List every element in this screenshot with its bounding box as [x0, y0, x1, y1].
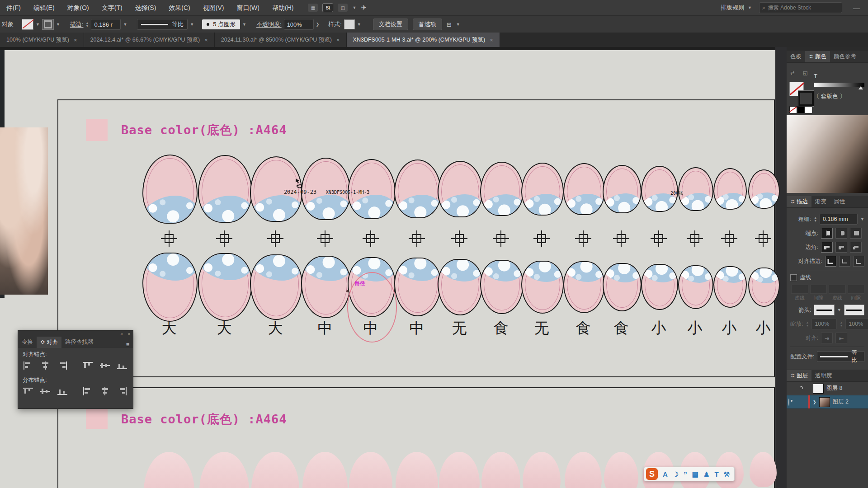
document-setup-button[interactable]: 文档设置	[373, 19, 408, 30]
miter-join-button[interactable]	[821, 242, 833, 253]
arrow-align-end-button[interactable]: ⇤	[835, 333, 847, 343]
chevron-down-icon[interactable]: ▼	[36, 22, 40, 27]
menu-窗口(W)[interactable]: 窗口(W)	[230, 0, 266, 15]
stroke-color-swatch[interactable]	[42, 19, 54, 30]
stroke-tab-渐变[interactable]: 渐变	[811, 196, 830, 207]
registration-mark-icon[interactable]	[721, 230, 737, 247]
share-icon[interactable]: ✈	[361, 4, 367, 12]
arrange-documents-icon[interactable]: ◫	[338, 4, 348, 12]
base-color-title-1[interactable]: Base color(底色) :A464	[121, 122, 287, 138]
weight-input[interactable]: 0.186 mm	[820, 214, 858, 225]
bevel-join-button[interactable]	[850, 242, 862, 253]
finger-size-label[interactable]: 中	[318, 318, 333, 338]
default-colors-icon[interactable]: ◱	[803, 70, 807, 76]
finger-size-label[interactable]: 食	[494, 318, 509, 338]
registration-mark-icon[interactable]	[216, 230, 232, 247]
menu-视图(V)[interactable]: 视图(V)	[197, 0, 231, 15]
chevron-down-icon[interactable]: ▼	[123, 22, 127, 27]
latin-mode-icon[interactable]: A	[663, 471, 668, 478]
stroke-weight-input[interactable]: 0.186 r	[91, 19, 121, 30]
menu-编辑(E)[interactable]: 编辑(E)	[27, 0, 61, 15]
chevron-down-icon[interactable]: ▼	[837, 308, 841, 312]
finger-size-label[interactable]: 中	[410, 318, 425, 338]
stroke-tab-描边[interactable]: ≎ 描边	[787, 196, 811, 207]
chevron-down-icon[interactable]: ▼	[190, 22, 194, 27]
align-h-center-icon[interactable]	[40, 361, 51, 370]
arrow-scale-end[interactable]: 100%	[845, 319, 868, 329]
punctuation-icon[interactable]: ”	[684, 471, 687, 478]
align-stroke-inside-button[interactable]	[839, 256, 850, 267]
finger-size-label[interactable]: 大	[268, 318, 283, 338]
arrowhead-end-select[interactable]	[844, 305, 864, 315]
menu-效果(C)[interactable]: 效果(C)	[162, 0, 196, 15]
distribute-h-center-icon[interactable]	[99, 387, 110, 396]
finger-size-label[interactable]: 无	[452, 318, 467, 338]
registration-mark-icon[interactable]	[409, 230, 425, 247]
swap-colors-icon[interactable]: ⇄	[790, 70, 794, 76]
align-right-icon[interactable]	[57, 361, 68, 370]
tab-close-icon[interactable]: ×	[74, 37, 77, 43]
layer-name[interactable]: 图层 2	[833, 398, 849, 406]
menu-帮助(H)[interactable]: 帮助(H)	[266, 0, 300, 15]
registration-mark-icon[interactable]	[533, 230, 550, 247]
finger-size-label[interactable]: 小	[722, 318, 737, 338]
white-swatch[interactable]	[805, 106, 812, 113]
layer-row[interactable]: 图层 8	[787, 382, 868, 395]
finger-size-label[interactable]: 食	[614, 318, 629, 338]
tab-close-icon[interactable]: ×	[490, 37, 493, 43]
brush-definition-select[interactable]: 5 点圆形	[202, 19, 240, 29]
alignpanel-tab-对齐[interactable]: ≎ 对齐	[37, 337, 61, 348]
distribute-right-icon[interactable]	[117, 387, 127, 396]
panel-menu-icon[interactable]: ≡	[123, 342, 133, 348]
align-top-icon[interactable]	[82, 361, 93, 370]
weight-stepper[interactable]: ▲▼	[814, 216, 817, 222]
chevron-down-icon[interactable]: ▼	[456, 22, 460, 27]
align-stroke-outside-button[interactable]	[853, 256, 864, 267]
document-tab[interactable]: 2024.12.4.ai* @ 66.67% (CMYK/GPU 预览)×	[84, 33, 215, 47]
registration-mark-icon[interactable]	[613, 230, 629, 247]
color-spectrum-field[interactable]	[787, 115, 868, 193]
document-tab[interactable]: 100% (CMYK/GPU 预览)×	[0, 33, 84, 47]
registration-mark-icon[interactable]	[267, 230, 283, 247]
registration-mark-icon[interactable]	[451, 230, 467, 247]
black-swatch[interactable]	[797, 106, 805, 113]
virtual-keyboard-icon[interactable]: ▤	[692, 471, 698, 478]
width-profile-select[interactable]: 等比	[817, 351, 864, 362]
toolbox-wrench-icon[interactable]: ⚒	[724, 471, 730, 478]
layer-row[interactable]: ❯图层 2	[787, 395, 868, 409]
anchor-point[interactable]	[346, 290, 349, 292]
chevron-down-icon[interactable]: ▼	[56, 22, 60, 27]
fill-color-swatch[interactable]	[22, 19, 33, 30]
align-left-icon[interactable]	[23, 361, 33, 370]
sku-annotation[interactable]: XN3DFS005-1-MH-3	[326, 190, 369, 195]
align-bottom-icon[interactable]	[117, 361, 127, 370]
round-cap-button[interactable]	[835, 228, 847, 239]
chevron-down-icon[interactable]: ▼	[352, 5, 356, 10]
quantity-annotation[interactable]: 200张	[670, 190, 683, 197]
document-tab[interactable]: XN3DFS005-1-MH-3.ai* @ 200% (CMYK/GPU 预览…	[347, 33, 500, 47]
alignpanel-tab-路径查找器[interactable]: 路径查找器	[61, 337, 97, 348]
tab-close-icon[interactable]: ×	[336, 37, 340, 43]
registration-mark-icon[interactable]	[755, 230, 771, 247]
layer-expand-icon[interactable]: ❯	[813, 400, 816, 404]
distribute-left-icon[interactable]	[82, 387, 93, 396]
projecting-cap-button[interactable]	[850, 228, 862, 239]
chevron-down-icon[interactable]: ▼	[242, 22, 246, 27]
layer-thumbnail[interactable]	[813, 384, 824, 394]
base-color-title-2[interactable]: Base color(底色) :A464	[121, 411, 287, 427]
menu-对象(O)[interactable]: 对象(O)	[61, 0, 95, 15]
arrowhead-start-select[interactable]	[814, 305, 834, 315]
layers-tab-透明度[interactable]: 透明度	[811, 370, 836, 381]
sogou-logo-icon[interactable]: S	[646, 468, 658, 480]
tint-ramp-slider[interactable]	[814, 83, 864, 87]
panel-close-icon[interactable]: ×	[127, 332, 130, 337]
ramp-handle[interactable]	[859, 86, 863, 89]
dashed-line-checkbox[interactable]	[790, 274, 797, 281]
base-color-swatch-1[interactable]	[86, 119, 108, 141]
layer-thumbnail[interactable]	[819, 397, 830, 407]
registration-mark-icon[interactable]	[363, 230, 379, 247]
base-color-swatch-2[interactable]	[86, 407, 108, 429]
gap-input[interactable]	[810, 285, 827, 294]
align-options-icon[interactable]: ⊟	[447, 21, 452, 28]
none-swatch[interactable]	[789, 106, 797, 113]
